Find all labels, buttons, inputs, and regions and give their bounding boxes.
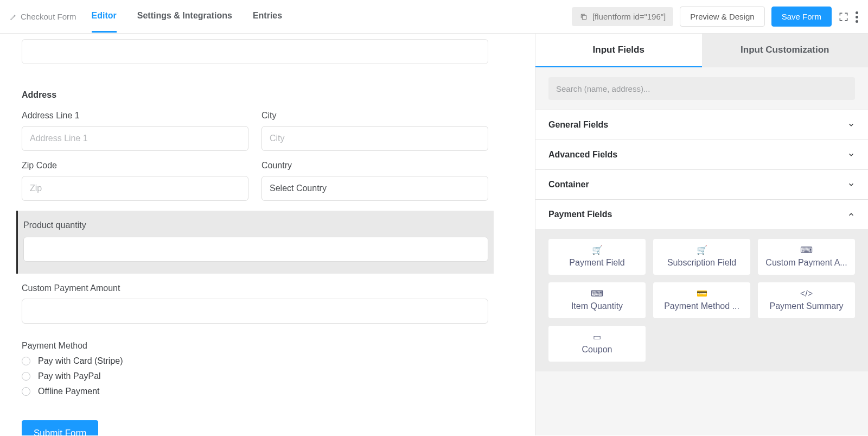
form-title-wrap[interactable]: Checkout Form [10,12,76,21]
topbar-left: Checkout Form Editor Settings & Integrat… [10,1,282,33]
sidebar: Input Fields Input Customization General… [535,34,868,435]
cart-icon: 🛒 [697,246,707,255]
card-custom-payment-amount[interactable]: ⌨ Custom Payment A... [758,239,855,275]
product-quantity-block[interactable]: Product quantity [16,211,494,274]
zip-input[interactable] [22,176,248,201]
preview-design-button[interactable]: Preview & Design [680,7,764,27]
header-tabs: Editor Settings & Integrations Entries [92,1,283,33]
card-payment-field[interactable]: 🛒 Payment Field [548,239,646,275]
radio-icon [22,387,30,396]
address-heading: Address [22,90,488,100]
payment-fields-grid: 🛒 Payment Field 🛒 Subscription Field ⌨ C… [535,229,868,371]
field-block-empty-top[interactable] [22,39,488,64]
more-menu-icon[interactable] [856,11,858,22]
coupon-icon: ▭ [593,333,601,342]
card-coupon-label: Coupon [582,345,612,355]
address-line-1-input[interactable] [22,126,248,151]
chevron-down-icon [847,151,855,159]
accordion-advanced-title: Advanced Fields [548,150,617,160]
shortcode-chip[interactable]: [fluentform id="196"] [572,7,673,26]
topbar: Checkout Form Editor Settings & Integrat… [0,0,868,34]
payment-option-paypal[interactable]: Pay with PayPal [22,371,488,381]
chevron-down-icon [847,121,855,129]
fullscreen-icon[interactable] [838,11,849,22]
cart-icon: 🛒 [592,246,603,255]
city-label: City [261,111,488,121]
card-subscription-field[interactable]: 🛒 Subscription Field [653,239,750,275]
city-input[interactable] [261,126,488,151]
tab-editor[interactable]: Editor [92,1,117,33]
main: Address Address Line 1 City Zip Code Cou… [0,34,868,435]
accordion-payment-header[interactable]: Payment Fields [535,200,868,229]
form-canvas: Address Address Line 1 City Zip Code Cou… [0,34,535,435]
card-subscription-field-label: Subscription Field [667,258,736,268]
chevron-up-icon [847,211,855,218]
card-item-quantity[interactable]: ⌨ Item Quantity [548,282,646,318]
submit-form-button[interactable]: Submit Form [22,420,98,435]
product-quantity-label: Product quantity [23,220,488,230]
radio-icon [22,372,30,381]
custom-payment-amount-input[interactable] [22,299,488,324]
tab-entries[interactable]: Entries [253,1,282,33]
keyboard-icon: ⌨ [591,289,603,298]
svg-rect-0 [582,15,586,19]
chevron-down-icon [847,181,855,188]
address-line-1-label: Address Line 1 [22,111,248,121]
payment-option-stripe-label: Pay with Card (Stripe) [38,356,123,366]
country-selected-value: Select Country [270,184,327,193]
accordion-advanced-fields[interactable]: Advanced Fields [535,140,868,169]
zip-label: Zip Code [22,161,248,170]
sidebar-tabs: Input Fields Input Customization [535,34,868,67]
payment-option-offline[interactable]: Offline Payment [22,387,488,396]
accordion-container-title: Container [548,180,589,189]
form-title: Checkout Form [21,12,76,21]
card-custom-payment-label: Custom Payment A... [765,258,847,268]
shortcode-text: [fluentform id="196"] [592,12,666,21]
save-form-button[interactable]: Save Form [771,7,832,27]
accordion-payment-fields: Payment Fields 🛒 Payment Field 🛒 Subscri… [535,199,868,371]
sidebar-tab-input-fields[interactable]: Input Fields [535,34,702,67]
card-payment-method[interactable]: 💳 Payment Method ... [653,282,750,318]
pencil-icon [10,13,17,21]
accordion-general-title: General Fields [548,120,608,130]
accordion-container[interactable]: Container [535,169,868,199]
card-payment-summary[interactable]: </> Payment Summary [758,282,855,318]
accordion-general-fields[interactable]: General Fields [535,110,868,140]
country-label: Country [261,161,488,170]
card-payment-field-label: Payment Field [569,258,624,268]
sidebar-tab-input-customization[interactable]: Input Customization [702,34,869,67]
payment-option-stripe[interactable]: Pay with Card (Stripe) [22,356,488,366]
copy-icon [579,12,588,21]
credit-card-icon: 💳 [697,289,707,298]
card-item-quantity-label: Item Quantity [571,301,623,311]
keyboard-icon: ⌨ [800,246,813,255]
radio-icon [22,357,30,365]
sidebar-search-input[interactable] [548,77,855,100]
accordion-payment-title: Payment Fields [548,210,612,219]
tab-settings[interactable]: Settings & Integrations [137,1,232,33]
payment-option-offline-label: Offline Payment [38,387,100,396]
card-coupon[interactable]: ▭ Coupon [548,326,646,362]
custom-payment-amount-label: Custom Payment Amount [22,283,488,293]
code-icon: </> [800,289,813,298]
payment-method-label: Payment Method [22,341,488,351]
topbar-right: [fluentform id="196"] Preview & Design S… [572,7,858,27]
payment-option-paypal-label: Pay with PayPal [38,371,101,381]
card-payment-summary-label: Payment Summary [769,301,843,311]
country-select[interactable]: Select Country [261,176,488,201]
card-payment-method-label: Payment Method ... [664,301,739,311]
product-quantity-input[interactable] [23,237,488,262]
